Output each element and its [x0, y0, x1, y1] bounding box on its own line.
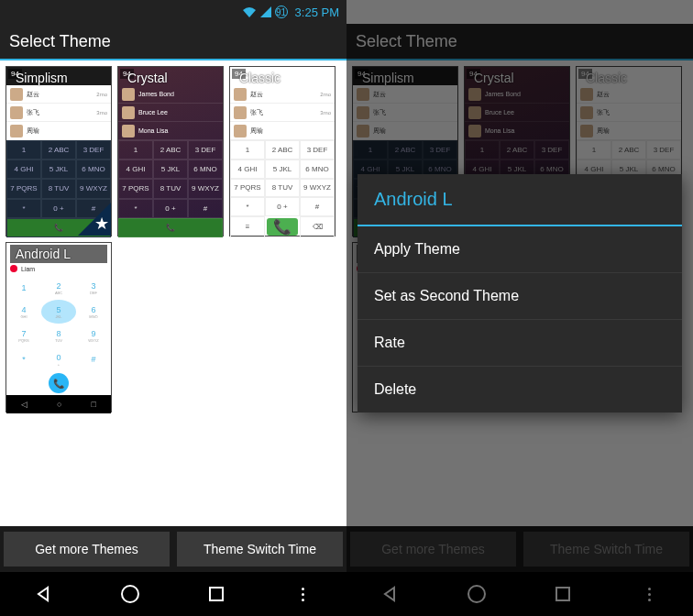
status-bar: 91 3:25 PM [0, 0, 346, 24]
theme-preview: Liam 12ABC3DEF 4GHI5JKL6MNO 7PQRS8TUV9WX… [6, 243, 111, 412]
dialog-title: Android L [358, 174, 682, 226]
get-more-themes-button[interactable]: Get more Themes [4, 532, 170, 566]
theme-card-simplism[interactable]: 94 Simplism 赵云2mo 张飞3mo 周瑜 12 ABC3 DEF 4… [6, 66, 112, 236]
theme-preview: James Bond Bruce Lee Mona Lisa 12 ABC3 D… [118, 67, 223, 236]
theme-preview: 赵云2mo 张飞3mo 周瑜 12 ABC3 DEF 4 GHI5 JKL6 M… [230, 67, 335, 236]
screen-theme-grid: 91 3:25 PM Select Theme 94 Simplism 赵云2m… [0, 0, 346, 616]
bottom-bar: Get more Themes Theme Switch Time [0, 526, 346, 572]
theme-action-dialog: Android L Apply Theme Set as Second Them… [358, 174, 682, 412]
menu-icon[interactable] [291, 581, 316, 607]
screen-theme-dialog: Select Theme 94 Simplism 赵云张飞周瑜12 ABC3 D… [346, 0, 693, 616]
theme-label: Classic [234, 69, 331, 87]
theme-grid: 94 Simplism 赵云2mo 张飞3mo 周瑜 12 ABC3 DEF 4… [0, 60, 346, 510]
recent-icon[interactable] [204, 581, 229, 607]
theme-switch-time-button[interactable]: Theme Switch Time [177, 532, 343, 566]
battery-level: 91 [275, 6, 288, 18]
theme-card-crystal[interactable]: 94 Crystal James Bond Bruce Lee Mona Lis… [117, 66, 224, 236]
wifi-icon [242, 6, 257, 17]
theme-label: Simplism [10, 69, 107, 87]
status-time: 3:25 PM [295, 6, 339, 19]
theme-label: Crystal [122, 69, 219, 87]
home-icon[interactable] [117, 581, 143, 607]
dialog-item-set-second-theme[interactable]: Set as Second Theme [358, 273, 682, 320]
signal-icon [260, 6, 271, 17]
theme-card-classic[interactable]: 94 Classic 赵云2mo 张飞3mo 周瑜 12 ABC3 DEF 4 … [229, 66, 336, 236]
theme-card-android-l[interactable]: Android L Liam 12ABC3DEF 4GHI5JKL6MNO 7P… [6, 242, 112, 412]
svg-rect-1 [210, 588, 223, 600]
back-icon[interactable] [30, 581, 56, 607]
page-title: Select Theme [9, 32, 111, 51]
dialog-item-delete[interactable]: Delete [358, 367, 682, 412]
title-bar: Select Theme [0, 24, 346, 60]
android-navbar [0, 572, 346, 616]
dialog-item-rate[interactable]: Rate [358, 320, 682, 367]
theme-label: Android L [10, 245, 107, 263]
svg-point-0 [122, 586, 138, 602]
dialog-item-apply-theme[interactable]: Apply Theme [358, 226, 682, 273]
star-icon: ★ [94, 214, 109, 234]
